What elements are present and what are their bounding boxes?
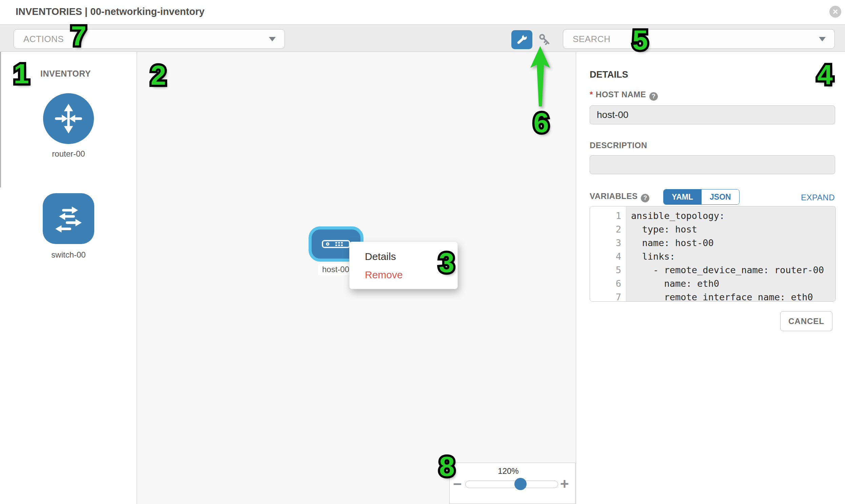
sidebar-scrollbar[interactable]: [0, 52, 1, 187]
required-marker: *: [590, 90, 593, 99]
variables-format-toggle: YAML JSON: [663, 189, 740, 205]
actions-dropdown-label: ACTIONS: [14, 34, 64, 44]
configure-button[interactable]: [511, 30, 532, 49]
expand-link[interactable]: EXPAND: [801, 193, 835, 202]
zoom-out-button[interactable]: −: [453, 476, 462, 491]
actions-dropdown[interactable]: ACTIONS: [14, 29, 285, 49]
host-icon: [322, 240, 350, 249]
cancel-button[interactable]: CANCEL: [780, 311, 832, 331]
editor-line-numbers: 1 2 3 4 5 6 7: [590, 206, 626, 301]
context-menu-item-details[interactable]: Details: [350, 248, 457, 266]
zoom-in-button[interactable]: +: [560, 476, 569, 491]
help-icon[interactable]: ?: [641, 194, 649, 202]
credentials-button[interactable]: [537, 32, 553, 48]
description-label: DESCRIPTION: [590, 141, 647, 150]
zoom-slider-thumb[interactable]: [514, 478, 527, 490]
sidebar-item-router[interactable]: [43, 93, 94, 144]
switch-label: switch-00: [43, 250, 94, 259]
inventory-topology-page: INVENTORIES | 00-networking-inventory ✕ …: [0, 0, 845, 504]
details-heading: DETAILS: [590, 70, 628, 80]
chevron-down-icon: [819, 37, 826, 41]
zoom-slider[interactable]: [465, 481, 558, 488]
editor-code[interactable]: ansible_topology: type: host name: host-…: [626, 206, 835, 301]
close-button[interactable]: ✕: [829, 6, 841, 18]
toolbar: ACTIONS SEARCH: [0, 24, 845, 52]
help-icon[interactable]: ?: [649, 92, 658, 101]
host-node-label: host-00: [318, 264, 353, 275]
key-icon: [538, 32, 552, 47]
router-label: router-00: [43, 149, 94, 159]
page-title: INVENTORIES | 00-networking-inventory: [16, 6, 205, 17]
sidebar-heading: INVENTORY: [40, 69, 91, 79]
host-name-input[interactable]: [590, 105, 835, 124]
details-panel: DETAILS *HOST NAME? DESCRIPTION VARIABLE…: [576, 52, 845, 504]
search-dropdown-label: SEARCH: [563, 34, 610, 44]
search-dropdown[interactable]: SEARCH: [563, 29, 835, 49]
zoom-control: 120% − +: [449, 463, 576, 504]
node-context-menu: Details Remove: [349, 242, 458, 289]
tab-yaml[interactable]: YAML: [664, 190, 701, 204]
sidebar-item-switch[interactable]: [43, 193, 94, 244]
host-name-label: *HOST NAME?: [590, 90, 658, 101]
chevron-down-icon: [269, 37, 276, 41]
variables-label: VARIABLES?: [590, 192, 649, 202]
zoom-level: 120%: [450, 466, 567, 476]
close-icon: ✕: [832, 8, 839, 16]
context-menu-item-remove[interactable]: Remove: [350, 266, 457, 284]
wrench-icon: [515, 33, 528, 46]
variables-editor[interactable]: 1 2 3 4 5 6 7 ansible_topology: type: ho…: [590, 206, 836, 302]
switch-icon: [50, 200, 87, 237]
tab-json[interactable]: JSON: [701, 190, 739, 204]
page-header: INVENTORIES | 00-networking-inventory ✕: [0, 0, 845, 24]
inventory-sidebar: INVENTORY router-00: [0, 52, 137, 504]
router-icon: [51, 101, 86, 136]
description-input[interactable]: [590, 155, 835, 174]
